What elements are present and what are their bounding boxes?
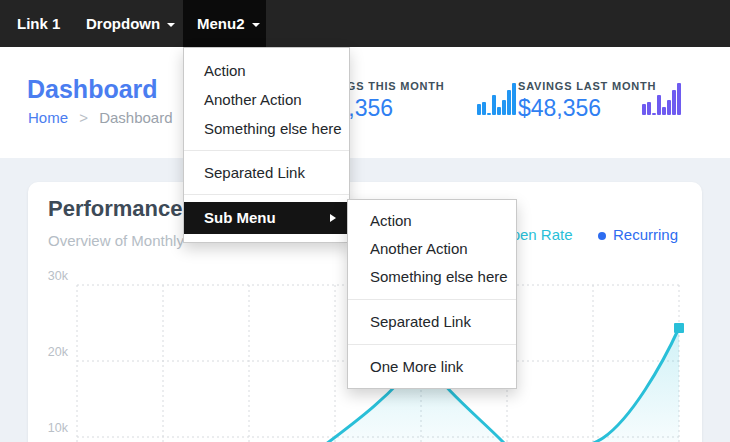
menu-item-another-action[interactable]: Another Action [184, 85, 349, 114]
page-header: Dashboard Home > Dashboard SAVINGS THIS … [0, 47, 730, 158]
submenu-item-separated-link[interactable]: Separated Link [348, 308, 516, 336]
breadcrumb: Home > Dashboard [28, 109, 173, 126]
stat-value: $48,356 [518, 95, 656, 122]
navbar: Link 1 Dropdown Menu2 [0, 0, 730, 47]
menu-item-sub-menu[interactable]: Sub Menu [184, 202, 349, 234]
stat-label: SAVINGS LAST MONTH [518, 80, 656, 92]
caret-down-icon [167, 23, 175, 27]
menu-divider [184, 150, 349, 151]
caret-down-icon [252, 23, 260, 27]
nav-menu2-label: Menu2 [197, 15, 245, 32]
chart-end-marker [674, 323, 684, 333]
breadcrumb-separator: > [79, 109, 88, 126]
stat-savings-last-month: SAVINGS LAST MONTH $48,356 [518, 80, 656, 122]
menu-item-something-else[interactable]: Something else here [184, 114, 349, 143]
nav-link-1[interactable]: Link 1 [17, 0, 60, 47]
menu-divider [184, 194, 349, 195]
sparkline-bars-blue [477, 82, 516, 115]
submenu-item-action[interactable]: Action [348, 207, 516, 235]
page-title: Dashboard [27, 75, 158, 104]
breadcrumb-home-link[interactable]: Home [28, 109, 68, 126]
menu2-dropdown: Action Another Action Something else her… [183, 47, 350, 243]
menu-divider [348, 299, 516, 300]
nav-dropdown-label: Dropdown [86, 15, 160, 32]
nav-menu2[interactable]: Menu2 [197, 0, 260, 47]
nav-link-1-label: Link 1 [17, 15, 60, 32]
menu-item-action[interactable]: Action [184, 56, 349, 85]
sub-menu-dropdown: Action Another Action Something else her… [347, 199, 517, 389]
menu-divider [348, 344, 516, 345]
submenu-item-something-else[interactable]: Something else here [348, 263, 516, 291]
app-window: Link 1 Dropdown Menu2 Dashboard Home > D… [0, 0, 730, 442]
submenu-item-another-action[interactable]: Another Action [348, 235, 516, 263]
submenu-item-one-more-link[interactable]: One More link [348, 353, 516, 381]
breadcrumb-current: Dashboard [99, 109, 172, 126]
nav-dropdown[interactable]: Dropdown [86, 0, 175, 47]
caret-right-icon [330, 214, 336, 222]
menu-item-separated-link[interactable]: Separated Link [184, 158, 349, 187]
sparkline-bars-purple [642, 82, 681, 115]
sub-menu-label: Sub Menu [204, 209, 276, 226]
